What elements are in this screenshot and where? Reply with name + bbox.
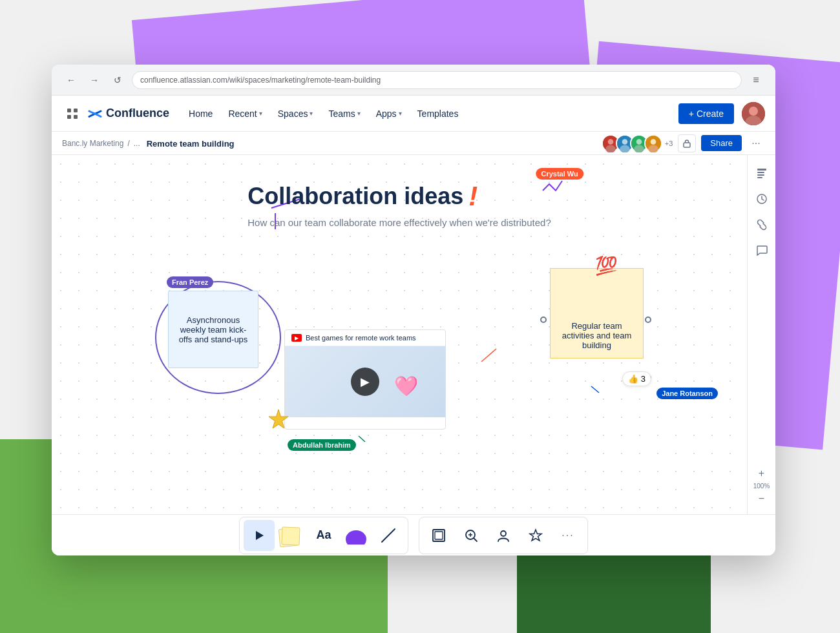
address-bar[interactable]: confluence.atlassian.com/wiki/spaces/mar… bbox=[132, 71, 742, 89]
whiteboard[interactable]: Crystal Wu Collaboration ideas ! How can… bbox=[52, 155, 747, 514]
lock-button[interactable] bbox=[678, 134, 696, 152]
breadcrumb-bar: Banc.ly Marketing / ... Remote team buil… bbox=[52, 132, 775, 155]
avatar-4 bbox=[644, 134, 662, 152]
canvas-area[interactable]: Crystal Wu Collaboration ideas ! How can… bbox=[52, 155, 747, 514]
more-tools-button[interactable]: ··· bbox=[552, 520, 583, 551]
user-avatar[interactable] bbox=[742, 102, 765, 125]
svg-rect-25 bbox=[757, 177, 762, 178]
svg-point-28 bbox=[346, 530, 366, 545]
reaction-emoji: 👍 bbox=[628, 374, 638, 384]
browser-menu-button[interactable]: ≡ bbox=[747, 71, 765, 89]
svg-point-5 bbox=[749, 107, 758, 116]
nav-recent[interactable]: Recent ▾ bbox=[222, 105, 268, 123]
reaction-count: 3 bbox=[641, 374, 646, 384]
recent-chevron: ▾ bbox=[259, 110, 262, 117]
template-tool[interactable] bbox=[520, 520, 551, 551]
table-of-contents-icon[interactable] bbox=[751, 163, 772, 183]
create-button[interactable]: + Create bbox=[678, 103, 734, 124]
sticky-note-yellow: Regular team activities and team buildin… bbox=[550, 268, 644, 358]
breadcrumb-ellipsis[interactable]: ... bbox=[134, 139, 140, 148]
zoom-in-button[interactable]: + bbox=[753, 466, 769, 481]
play-button[interactable]: ▶ bbox=[351, 368, 379, 396]
svg-rect-24 bbox=[757, 174, 764, 176]
right-sidebar: + 100% − bbox=[747, 155, 775, 514]
exclamation-mark: ! bbox=[468, 181, 478, 212]
cursor-abdullah-ibrahim: Abdullah Ibrahim bbox=[288, 439, 356, 451]
hundred-emoji: 💯 bbox=[595, 255, 618, 276]
frame-tool[interactable] bbox=[423, 520, 454, 551]
svg-line-29 bbox=[382, 529, 395, 542]
reaction-badge: 👍 3 bbox=[622, 371, 651, 386]
sticky-note-tool[interactable] bbox=[276, 520, 307, 551]
cursor-fran-perez: Fran Perez bbox=[167, 276, 213, 288]
breadcrumb-left: Banc.ly Marketing / ... Remote team buil… bbox=[62, 138, 235, 149]
shape-tool[interactable] bbox=[341, 520, 372, 551]
more-options-button[interactable]: ··· bbox=[747, 134, 765, 152]
main-content: Crystal Wu Collaboration ideas ! How can… bbox=[52, 155, 775, 514]
svg-point-14 bbox=[636, 139, 642, 145]
svg-rect-0 bbox=[67, 109, 71, 112]
zoom-out-button[interactable]: − bbox=[753, 491, 769, 506]
zoom-level: 100% bbox=[753, 483, 770, 490]
breadcrumb-parent[interactable]: Banc.ly Marketing bbox=[62, 139, 123, 148]
tool-group-primary: Aa bbox=[239, 517, 408, 554]
conn-dot-1 bbox=[540, 316, 547, 323]
conn-dot-2 bbox=[645, 316, 651, 323]
text-tool[interactable]: Aa bbox=[308, 520, 339, 551]
whiteboard-subtitle: How can our team collaborate more effect… bbox=[247, 217, 551, 228]
forward-button[interactable]: → bbox=[85, 71, 103, 89]
svg-rect-23 bbox=[757, 172, 764, 173]
nav-templates[interactable]: Templates bbox=[411, 105, 465, 123]
back-button[interactable]: ← bbox=[62, 71, 80, 89]
nav-teams[interactable]: Teams ▾ bbox=[322, 105, 366, 123]
svg-point-17 bbox=[650, 139, 656, 145]
share-button[interactable]: Share bbox=[701, 135, 742, 151]
whiteboard-title: Crystal Wu Collaboration ideas ! How can… bbox=[247, 181, 551, 228]
svg-rect-3 bbox=[74, 115, 78, 119]
nav-apps[interactable]: Apps ▾ bbox=[370, 105, 408, 123]
zoom-controls: + 100% − bbox=[753, 466, 770, 506]
app-navbar: Confluence Home Recent ▾ Spaces ▾ Teams … bbox=[52, 96, 775, 132]
svg-point-36 bbox=[501, 531, 506, 536]
confluence-logo[interactable]: Confluence bbox=[88, 107, 169, 121]
nav-spaces[interactable]: Spaces ▾ bbox=[271, 105, 320, 123]
svg-rect-22 bbox=[757, 169, 766, 171]
svg-rect-1 bbox=[74, 109, 78, 112]
youtube-icon: ▶ bbox=[291, 334, 302, 342]
nav-home[interactable]: Home bbox=[182, 105, 219, 123]
svg-rect-31 bbox=[435, 532, 443, 539]
breadcrumb-right: +3 Share ··· bbox=[602, 134, 765, 152]
cursor-jane-rotanson: Jane Rotanson bbox=[656, 388, 718, 399]
video-title: Best games for remote work teams bbox=[306, 334, 416, 342]
browser-window: ← → ↺ confluence.atlassian.com/wiki/spac… bbox=[52, 65, 775, 555]
svg-point-11 bbox=[622, 139, 627, 145]
collaborator-avatars: +3 bbox=[602, 134, 673, 152]
play-mode-button[interactable] bbox=[244, 520, 275, 551]
stamp-tool[interactable] bbox=[488, 520, 519, 551]
whiteboard-heading: Collaboration ideas ! bbox=[247, 181, 551, 212]
tool-group-secondary: ··· bbox=[419, 517, 588, 554]
browser-toolbar: ← → ↺ confluence.atlassian.com/wiki/spac… bbox=[52, 65, 775, 96]
teams-chevron: ▾ bbox=[357, 110, 361, 117]
svg-rect-19 bbox=[684, 143, 690, 147]
bottom-toolbar: Aa bbox=[52, 514, 775, 555]
svg-point-8 bbox=[607, 139, 613, 145]
apps-chevron: ▾ bbox=[399, 110, 402, 117]
video-thumbnail[interactable]: ▶ bbox=[285, 346, 445, 417]
spaces-chevron: ▾ bbox=[310, 110, 313, 117]
comment-icon[interactable] bbox=[751, 240, 772, 261]
star-decoration bbox=[265, 407, 292, 440]
video-embed-card[interactable]: ▶ Best games for remote work teams ▶ bbox=[284, 329, 446, 430]
grid-icon[interactable] bbox=[62, 103, 83, 124]
svg-line-33 bbox=[474, 538, 477, 541]
collaborator-count: +3 bbox=[665, 140, 673, 147]
svg-marker-27 bbox=[256, 531, 264, 540]
link-icon[interactable] bbox=[751, 214, 772, 235]
search-tool[interactable] bbox=[456, 520, 487, 551]
svg-rect-2 bbox=[67, 115, 71, 119]
page-title: Remote team building bbox=[147, 139, 235, 149]
cursor-crystal-wu: Crystal Wu bbox=[536, 168, 583, 180]
reload-button[interactable]: ↺ bbox=[109, 71, 127, 89]
history-icon[interactable] bbox=[751, 189, 772, 209]
line-tool[interactable] bbox=[373, 520, 404, 551]
